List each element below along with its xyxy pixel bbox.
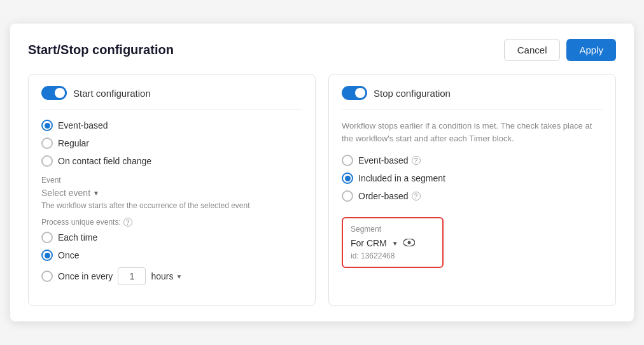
start-toggle[interactable]	[41, 86, 67, 100]
stop-order-based-help-icon[interactable]: ?	[412, 192, 421, 201]
stop-radio-event-based-circle	[342, 155, 353, 166]
radio-each-time-label: Each time	[58, 232, 97, 243]
radio-contact-field-label: On contact field change	[58, 156, 151, 166]
stop-radio-segment-label: Included in a segment	[358, 173, 445, 183]
stop-radio-order-based[interactable]: Order-based ?	[342, 190, 603, 202]
start-toggle-slider	[41, 86, 67, 100]
event-section-label: Event	[41, 176, 302, 185]
stop-radio-segment-circle	[342, 172, 353, 184]
cancel-button[interactable]: Cancel	[504, 39, 561, 61]
event-dropdown[interactable]: Select event ▼	[41, 188, 99, 198]
stop-radio-event-based[interactable]: Event-based ?	[342, 155, 603, 166]
radio-regular-label: Regular	[58, 138, 89, 148]
stop-toggle[interactable]	[342, 86, 367, 100]
radio-once-label: Once	[58, 250, 79, 260]
segment-row: For CRM ▼	[351, 237, 435, 249]
radio-contact-field-circle	[41, 155, 53, 167]
apply-button[interactable]: Apply	[566, 39, 616, 61]
radio-once-in-every[interactable]: Once in every hours ▼	[41, 267, 302, 285]
radio-regular-circle	[41, 137, 53, 149]
start-stop-modal: Start/Stop configuration Cancel Apply St…	[10, 24, 634, 321]
radio-each-time[interactable]: Each time	[41, 232, 302, 243]
radio-event-based-circle	[41, 120, 53, 131]
stop-radio-event-based-label: Event-based	[358, 155, 409, 165]
radio-once-in-every-circle	[41, 271, 53, 282]
stop-panel: Stop configuration Workflow stops earlie…	[328, 74, 616, 306]
modal-title: Start/Stop configuration	[28, 43, 174, 57]
stop-description: Workflow stops earlier if a condition is…	[342, 120, 603, 144]
start-panel-header: Start configuration	[41, 86, 302, 109]
radio-each-time-circle	[41, 232, 53, 243]
hours-dropdown-arrow-icon: ▼	[176, 273, 182, 280]
stop-event-based-label-group: Event-based ?	[358, 155, 421, 165]
once-in-every-label: Once in every	[58, 271, 113, 281]
process-label: Process unique events: ?	[41, 218, 302, 227]
radio-regular[interactable]: Regular	[41, 137, 302, 149]
event-dropdown-arrow-icon: ▼	[93, 190, 99, 197]
start-panel-title: Start configuration	[73, 88, 151, 99]
stop-toggle-slider	[342, 86, 367, 100]
once-in-every-input[interactable]	[118, 267, 146, 285]
stop-radio-order-circle	[342, 190, 353, 202]
stop-radio-order-label: Order-based	[358, 191, 409, 201]
stop-radio-included-in-segment[interactable]: Included in a segment	[342, 172, 603, 184]
start-panel: Start configuration Event-based Regular …	[28, 74, 316, 306]
start-type-options: Event-based Regular On contact field cha…	[41, 120, 302, 167]
segment-dropdown-arrow-icon[interactable]: ▼	[392, 240, 398, 247]
segment-box: Segment For CRM ▼ id: 13622468	[342, 217, 444, 268]
panels: Start configuration Event-based Regular …	[28, 74, 616, 306]
segment-section-label: Segment	[351, 225, 435, 234]
eye-icon[interactable]	[403, 237, 415, 249]
segment-id: id: 13622468	[351, 251, 435, 260]
stop-panel-title: Stop configuration	[374, 88, 451, 99]
hours-dropdown[interactable]: hours ▼	[151, 271, 182, 281]
header-buttons: Cancel Apply	[504, 39, 616, 61]
process-options: Each time Once Once in every hours ▼	[41, 232, 302, 285]
radio-event-based[interactable]: Event-based	[41, 120, 302, 131]
stop-order-based-label-group: Order-based ?	[358, 191, 421, 201]
radio-once[interactable]: Once	[41, 250, 302, 261]
stop-event-based-help-icon[interactable]: ?	[412, 156, 421, 165]
radio-once-circle	[41, 250, 53, 261]
once-in-every-row: Once in every hours ▼	[58, 267, 182, 285]
stop-type-options: Event-based ? Included in a segment Orde…	[342, 155, 603, 202]
svg-point-1	[407, 241, 410, 244]
process-help-icon[interactable]: ?	[123, 218, 132, 227]
radio-contact-field[interactable]: On contact field change	[41, 155, 302, 167]
hours-label: hours	[151, 271, 173, 281]
segment-name: For CRM	[351, 238, 387, 248]
event-dropdown-placeholder: Select event	[41, 188, 90, 198]
modal-header: Start/Stop configuration Cancel Apply	[28, 39, 616, 61]
radio-event-based-label: Event-based	[58, 120, 108, 130]
stop-panel-header: Stop configuration	[342, 86, 603, 109]
event-hint: The workflow starts after the occurrence…	[41, 201, 302, 210]
